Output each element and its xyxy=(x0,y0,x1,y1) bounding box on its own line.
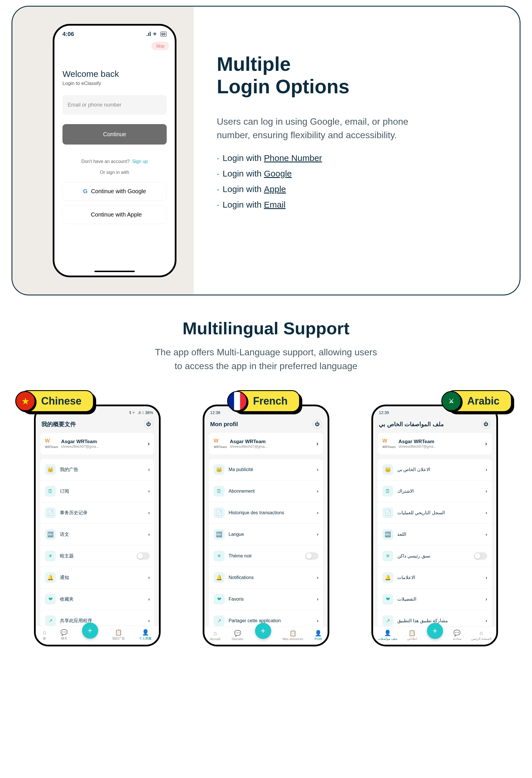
nav-icon: 📋 xyxy=(408,629,416,636)
menu-icon: ☀ xyxy=(214,551,225,561)
menu-label: الاعلان الخاص بي xyxy=(397,467,482,472)
power-button[interactable]: ⏻ xyxy=(313,419,322,429)
fab-add-button[interactable]: + xyxy=(82,623,98,639)
nav-item[interactable]: ⌂家 xyxy=(43,629,46,641)
nav-label: Mes annonces xyxy=(283,637,303,641)
apple-signin-button[interactable]: Continue with Apple xyxy=(63,205,167,224)
nav-item[interactable]: 👤Profil xyxy=(315,630,322,641)
menu-item[interactable]: 📄事务历史记录› xyxy=(40,502,154,524)
menu-item[interactable]: 👑Ma publicité› xyxy=(209,459,323,481)
google-icon: G xyxy=(83,188,88,194)
menu-icon: ↗ xyxy=(382,615,393,626)
dark-theme-toggle[interactable] xyxy=(474,552,487,560)
profile-card[interactable]: WWRTeam Asgar WRTeam shreesofttech07@gma… xyxy=(378,433,492,454)
welcome-title: Welcome back xyxy=(63,69,167,79)
dark-theme-toggle[interactable] xyxy=(137,552,150,560)
menu-icon: 📄 xyxy=(45,508,56,518)
google-signin-button[interactable]: G Continue with Google xyxy=(63,182,167,201)
login-options-list: Login with Phone Number Login with Googl… xyxy=(217,153,497,210)
menu-icon: ☀ xyxy=(45,551,56,561)
menu-icon: ❤ xyxy=(382,594,393,605)
fab-add-button[interactable]: + xyxy=(427,623,443,639)
menu-label: 语文 xyxy=(60,532,144,537)
chevron-right-icon: › xyxy=(486,467,487,472)
nav-item[interactable]: 💬محادثة xyxy=(453,629,461,641)
menu-item[interactable]: ☀暗主题 xyxy=(40,545,154,567)
menu-item[interactable]: 🗓Abonnement› xyxy=(209,481,323,502)
nav-item[interactable]: 💬Discuter xyxy=(232,630,243,641)
nav-item[interactable]: ⌂Accueil xyxy=(210,630,220,641)
power-button[interactable]: ⏻ xyxy=(481,419,490,429)
continue-button[interactable]: Continue xyxy=(63,124,167,145)
menu-item[interactable]: ☀Thème noir xyxy=(209,545,323,567)
profile-name: Asgar WRTeam xyxy=(61,439,99,445)
nav-icon: ⌂ xyxy=(214,630,217,637)
arabic-phone-mockup: 12:39 ملف المواصفات الخاص بي ⏻ WWRTeam A… xyxy=(371,404,498,646)
menu-item[interactable]: 👑الاعلان الخاص بي› xyxy=(378,459,492,481)
fab-add-button[interactable]: + xyxy=(255,623,271,639)
menu-item[interactable]: 👑我的广告› xyxy=(40,459,154,481)
login-phone-wrapper: 4:06 .ıl ᯤ 60 Skip Welcome back Login to… xyxy=(12,7,194,295)
menu-label: 暗主题 xyxy=(60,553,133,559)
menu-item[interactable]: 🔔Notifications› xyxy=(209,567,323,589)
chevron-right-icon: › xyxy=(148,618,150,623)
nav-item[interactable]: 💬聊天 xyxy=(61,629,68,641)
menu-label: Partager cette application xyxy=(229,618,313,623)
welcome-subtitle: Login to eClassify xyxy=(63,81,167,86)
login-options-content: MultipleLogin Options Users can log in u… xyxy=(205,7,520,295)
nav-item[interactable]: 📋اعلاناتي xyxy=(407,629,417,641)
menu-icon: 📄 xyxy=(214,508,225,518)
profile-title: Mon profil xyxy=(210,421,238,427)
menu-item[interactable]: 🔔الاعلامات› xyxy=(378,567,492,589)
menu-icon: 🔤 xyxy=(382,529,393,540)
menu-icon: 🔔 xyxy=(45,572,56,583)
menu-item[interactable]: ❤Favoris› xyxy=(209,589,323,610)
nav-label: 家 xyxy=(43,636,46,641)
menu-item[interactable]: 📄السجل التاريخي للعمليات› xyxy=(378,502,492,524)
nav-item[interactable]: 👤ملف مواصفات xyxy=(378,629,397,641)
chevron-right-icon: › xyxy=(148,440,150,447)
menu-item[interactable]: 🗓订阅› xyxy=(40,481,154,502)
signup-link[interactable]: Sign up xyxy=(132,159,148,164)
profile-menu-chinese: 👑我的广告›🗓订阅›📄事务历史记录›🔤语文›☀暗主题🔔通知›❤收藏夹›↗共享此应… xyxy=(40,459,154,646)
nav-item[interactable]: 👤个人档案 xyxy=(139,629,152,641)
bottom-nav: ⌂Accueil💬Discuter+📋Mes annonces👤Profil xyxy=(204,627,328,645)
profile-card[interactable]: WWRTeam Asgar WRTeam shreesofttech07@gma… xyxy=(209,433,323,454)
profile-card[interactable]: WWRTeam Asgar WRTeam shreesofttech07@gma… xyxy=(40,433,154,454)
chevron-right-icon: › xyxy=(485,440,487,447)
menu-item[interactable]: ❤收藏夹› xyxy=(40,589,154,610)
section-title: MultipleLogin Options xyxy=(217,53,497,98)
nav-label: 我的广告 xyxy=(112,636,125,641)
menu-icon: 🔔 xyxy=(214,572,225,583)
menu-item[interactable]: 🔤语文› xyxy=(40,524,154,545)
power-button[interactable]: ⏻ xyxy=(144,419,153,429)
menu-item[interactable]: 🗓الاشتراك› xyxy=(378,481,492,502)
menu-icon: 🔤 xyxy=(214,529,225,540)
nav-label: 聊天 xyxy=(61,636,67,641)
menu-item[interactable]: ☀نسق رئيسي داكن xyxy=(378,545,492,567)
nav-label: ملف مواصفات xyxy=(378,637,397,641)
nav-icon: 📋 xyxy=(115,629,122,636)
skip-button[interactable]: Skip xyxy=(151,42,169,50)
nav-icon: 📋 xyxy=(289,630,297,637)
chevron-right-icon: › xyxy=(148,467,150,472)
menu-icon: 👑 xyxy=(214,464,225,475)
email-phone-input[interactable]: Email or phone number xyxy=(63,95,167,115)
chevron-right-icon: › xyxy=(317,597,318,602)
menu-label: 通知 xyxy=(60,575,144,580)
nav-icon: 💬 xyxy=(61,629,68,636)
menu-item[interactable]: 🔔通知› xyxy=(40,567,154,589)
chevron-right-icon: › xyxy=(148,532,150,537)
dark-theme-toggle[interactable] xyxy=(305,552,318,560)
nav-item[interactable]: ⌂الصفحة الرئيس xyxy=(471,630,491,641)
menu-item[interactable]: 🔤Langue› xyxy=(209,524,323,545)
nav-item[interactable]: 📋Mes annonces xyxy=(283,630,303,641)
nav-icon: 👤 xyxy=(315,630,322,637)
profile-name: Asgar WRTeam xyxy=(230,439,268,445)
menu-item[interactable]: 📄Historique des transactions› xyxy=(209,502,323,524)
nav-item[interactable]: 📋我的广告 xyxy=(112,629,125,641)
menu-item[interactable]: ❤التفضيلات› xyxy=(378,589,492,610)
home-indicator xyxy=(94,270,135,272)
status-time: 4:06 xyxy=(63,31,74,37)
menu-item[interactable]: 🔤اللغة› xyxy=(378,524,492,545)
